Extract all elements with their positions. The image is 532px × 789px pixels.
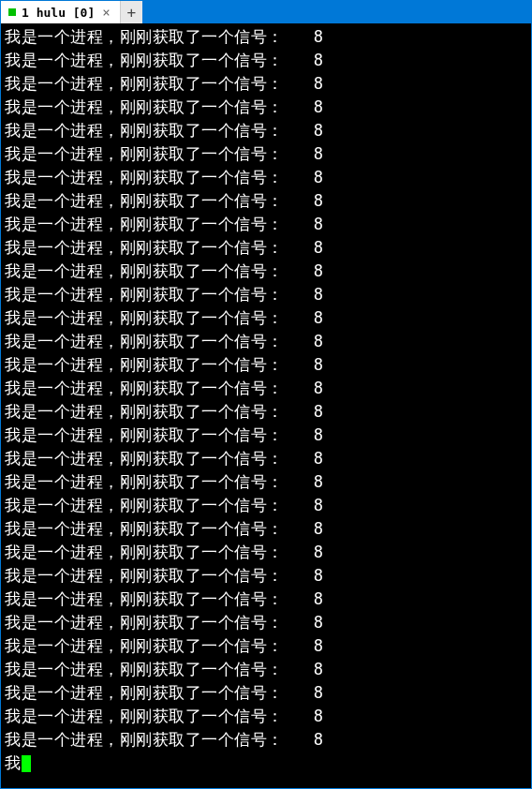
terminal-signal-value: 8 (314, 238, 324, 257)
terminal-message-text: 我是一个进程，刚刚获取了一个信号： (5, 402, 314, 421)
terminal-line: 我是一个进程，刚刚获取了一个信号： 8 (5, 306, 527, 330)
terminal-signal-value: 8 (314, 191, 324, 210)
terminal-line: 我是一个进程，刚刚获取了一个信号： 8 (5, 705, 527, 728)
terminal-line: 我是一个进程，刚刚获取了一个信号： 8 (5, 142, 527, 166)
terminal-signal-value: 8 (314, 27, 324, 46)
terminal-message-text: 我是一个进程，刚刚获取了一个信号： (5, 27, 314, 46)
tab-active[interactable]: 1 hulu [0] × (1, 1, 120, 23)
terminal-line: 我是一个进程，刚刚获取了一个信号： 8 (5, 166, 527, 189)
terminal-signal-value: 8 (314, 707, 324, 725)
terminal-message-text: 我是一个进程，刚刚获取了一个信号： (5, 285, 314, 304)
terminal-line: 我是一个进程，刚刚获取了一个信号： 8 (5, 260, 527, 283)
terminal-message-text: 我是一个进程，刚刚获取了一个信号： (5, 215, 314, 233)
terminal-line: 我是一个进程，刚刚获取了一个信号： 8 (5, 564, 527, 588)
terminal-signal-value: 8 (314, 425, 324, 444)
terminal-line: 我是一个进程，刚刚获取了一个信号： 8 (5, 72, 527, 96)
terminal-line: 我是一个进程，刚刚获取了一个信号： 8 (5, 470, 527, 494)
terminal-line: 我是一个进程，刚刚获取了一个信号： 8 (5, 588, 527, 611)
terminal-line: 我是一个进程，刚刚获取了一个信号： 8 (5, 353, 527, 377)
terminal-signal-value: 8 (314, 519, 324, 538)
terminal-current-line: 我 (5, 752, 527, 775)
terminal-signal-value: 8 (314, 589, 324, 608)
terminal-message-text: 我是一个进程，刚刚获取了一个信号： (5, 379, 314, 397)
terminal-signal-value: 8 (314, 496, 324, 514)
terminal-partial-text: 我 (5, 752, 22, 775)
terminal-message-text: 我是一个进程，刚刚获取了一个信号： (5, 636, 314, 655)
terminal-message-text: 我是一个进程，刚刚获取了一个信号： (5, 613, 314, 632)
terminal-signal-value: 8 (314, 74, 324, 93)
terminal-line: 我是一个进程，刚刚获取了一个信号： 8 (5, 25, 527, 49)
terminal-signal-value: 8 (314, 472, 324, 491)
terminal-message-text: 我是一个进程，刚刚获取了一个信号： (5, 121, 314, 140)
terminal-signal-value: 8 (314, 543, 324, 561)
terminal-signal-value: 8 (314, 285, 324, 304)
terminal-message-text: 我是一个进程，刚刚获取了一个信号： (5, 496, 314, 514)
terminal-signal-value: 8 (314, 613, 324, 632)
terminal-line: 我是一个进程，刚刚获取了一个信号： 8 (5, 400, 527, 424)
terminal-line: 我是一个进程，刚刚获取了一个信号： 8 (5, 49, 527, 72)
terminal-line: 我是一个进程，刚刚获取了一个信号： 8 (5, 330, 527, 353)
terminal-signal-value: 8 (314, 121, 324, 140)
terminal-signal-value: 8 (314, 168, 324, 186)
terminal-signal-value: 8 (314, 379, 324, 397)
terminal-signal-value: 8 (314, 355, 324, 374)
tab-status-indicator (8, 8, 16, 16)
terminal-message-text: 我是一个进程，刚刚获取了一个信号： (5, 519, 314, 538)
terminal-signal-value: 8 (314, 215, 324, 233)
terminal-message-text: 我是一个进程，刚刚获取了一个信号： (5, 144, 314, 163)
tab-title: 1 hulu [0] (22, 6, 95, 20)
terminal-line: 我是一个进程，刚刚获取了一个信号： 8 (5, 119, 527, 142)
terminal-message-text: 我是一个进程，刚刚获取了一个信号： (5, 332, 314, 350)
terminal-signal-value: 8 (314, 308, 324, 327)
terminal-message-text: 我是一个进程，刚刚获取了一个信号： (5, 97, 314, 116)
terminal-message-text: 我是一个进程，刚刚获取了一个信号： (5, 566, 314, 585)
terminal-message-text: 我是一个进程，刚刚获取了一个信号： (5, 261, 314, 280)
terminal-message-text: 我是一个进程，刚刚获取了一个信号： (5, 472, 314, 491)
terminal-line: 我是一个进程，刚刚获取了一个信号： 8 (5, 236, 527, 260)
terminal-signal-value: 8 (314, 261, 324, 280)
terminal-line: 我是一个进程，刚刚获取了一个信号： 8 (5, 541, 527, 564)
terminal-line: 我是一个进程，刚刚获取了一个信号： 8 (5, 424, 527, 447)
terminal-line: 我是一个进程，刚刚获取了一个信号： 8 (5, 96, 527, 119)
terminal-message-text: 我是一个进程，刚刚获取了一个信号： (5, 168, 314, 186)
terminal-line: 我是一个进程，刚刚获取了一个信号： 8 (5, 611, 527, 634)
terminal-signal-value: 8 (314, 660, 324, 678)
terminal-signal-value: 8 (314, 566, 324, 585)
close-icon[interactable]: × (100, 5, 111, 20)
terminal-line: 我是一个进程，刚刚获取了一个信号： 8 (5, 377, 527, 400)
terminal-output[interactable]: 我是一个进程，刚刚获取了一个信号： 8我是一个进程，刚刚获取了一个信号： 8我是… (1, 23, 531, 788)
terminal-cursor (22, 755, 31, 772)
terminal-message-text: 我是一个进程，刚刚获取了一个信号： (5, 51, 314, 69)
terminal-line: 我是一个进程，刚刚获取了一个信号： 8 (5, 283, 527, 306)
terminal-message-text: 我是一个进程，刚刚获取了一个信号： (5, 589, 314, 608)
terminal-signal-value: 8 (314, 51, 324, 69)
terminal-signal-value: 8 (314, 730, 324, 749)
terminal-signal-value: 8 (314, 449, 324, 468)
terminal-signal-value: 8 (314, 332, 324, 350)
terminal-signal-value: 8 (314, 402, 324, 421)
terminal-message-text: 我是一个进程，刚刚获取了一个信号： (5, 660, 314, 678)
new-tab-button[interactable]: + (120, 1, 142, 23)
terminal-signal-value: 8 (314, 636, 324, 655)
terminal-message-text: 我是一个进程，刚刚获取了一个信号： (5, 355, 314, 374)
terminal-message-text: 我是一个进程，刚刚获取了一个信号： (5, 308, 314, 327)
terminal-signal-value: 8 (314, 144, 324, 163)
terminal-line: 我是一个进程，刚刚获取了一个信号： 8 (5, 494, 527, 517)
terminal-message-text: 我是一个进程，刚刚获取了一个信号： (5, 191, 314, 210)
terminal-window: 1 hulu [0] × + 我是一个进程，刚刚获取了一个信号： 8我是一个进程… (0, 0, 532, 789)
terminal-signal-value: 8 (314, 683, 324, 702)
terminal-line: 我是一个进程，刚刚获取了一个信号： 8 (5, 728, 527, 752)
terminal-message-text: 我是一个进程，刚刚获取了一个信号： (5, 543, 314, 561)
tab-bar: 1 hulu [0] × + (1, 1, 531, 23)
terminal-line: 我是一个进程，刚刚获取了一个信号： 8 (5, 189, 527, 213)
terminal-message-text: 我是一个进程，刚刚获取了一个信号： (5, 730, 314, 749)
terminal-message-text: 我是一个进程，刚刚获取了一个信号： (5, 449, 314, 468)
terminal-message-text: 我是一个进程，刚刚获取了一个信号： (5, 74, 314, 93)
terminal-line: 我是一个进程，刚刚获取了一个信号： 8 (5, 658, 527, 681)
terminal-line: 我是一个进程，刚刚获取了一个信号： 8 (5, 634, 527, 658)
terminal-line: 我是一个进程，刚刚获取了一个信号： 8 (5, 447, 527, 470)
terminal-message-text: 我是一个进程，刚刚获取了一个信号： (5, 238, 314, 257)
terminal-signal-value: 8 (314, 97, 324, 116)
terminal-line: 我是一个进程，刚刚获取了一个信号： 8 (5, 517, 527, 541)
terminal-message-text: 我是一个进程，刚刚获取了一个信号： (5, 707, 314, 725)
